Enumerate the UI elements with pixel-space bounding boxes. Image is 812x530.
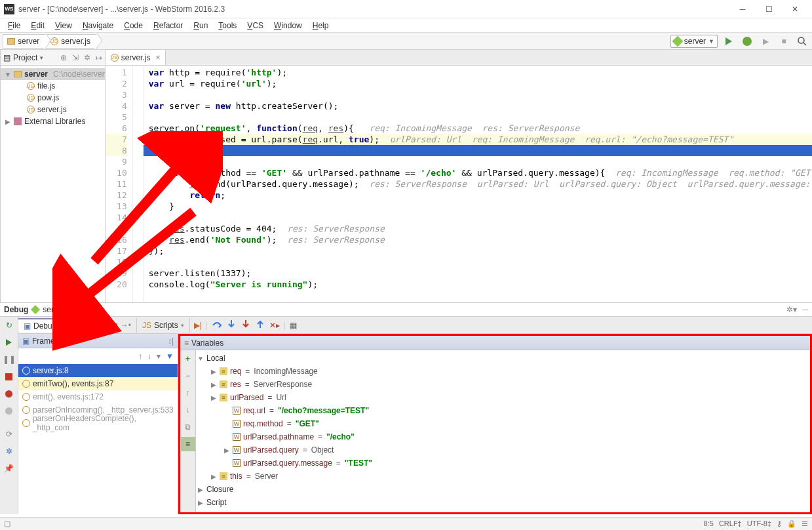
gear-icon[interactable]: ✲ xyxy=(84,53,90,62)
add-watch-button[interactable]: + xyxy=(181,352,195,366)
code-line[interactable] xyxy=(144,212,812,223)
notifications-icon[interactable]: ☰ xyxy=(802,520,808,528)
code-editor[interactable]: 1234567891011121314151617181920 var http… xyxy=(106,66,812,302)
tree-root-folder[interactable]: ▼ server C:\node\server xyxy=(1,68,105,80)
move-watch-up-button[interactable]: ↑ xyxy=(181,386,195,400)
menu-edit[interactable]: Edit xyxy=(26,20,50,31)
variable-row[interactable]: WurlParsed.query.message="TEST" xyxy=(196,457,810,470)
resume-button[interactable] xyxy=(2,335,16,350)
menu-run[interactable]: Run xyxy=(188,20,213,31)
search-everywhere-button[interactable] xyxy=(795,34,809,49)
file-encoding[interactable]: UTF-8‡ xyxy=(747,520,771,528)
code-line[interactable]: if (req.method == 'GET' && urlParsed.pat… xyxy=(144,167,812,178)
expand-arrow-icon[interactable]: ▶ xyxy=(223,447,230,454)
code-line[interactable]: }); xyxy=(144,245,812,256)
restore-layout-button[interactable]: ⟳ xyxy=(2,427,16,441)
pin-tab-button[interactable]: 📌 xyxy=(2,461,16,476)
code-line[interactable]: var urlParsed = url.parse(req.url, true)… xyxy=(144,134,812,145)
menu-code[interactable]: Code xyxy=(119,20,148,31)
expand-arrow-icon[interactable]: ▼ xyxy=(5,71,11,78)
stop-button[interactable]: ■ xyxy=(777,34,791,49)
stack-frame[interactable]: emit(), events.js:172 xyxy=(18,390,178,403)
prev-frame-button[interactable]: ↑ xyxy=(138,352,142,361)
menu-tools[interactable]: Tools xyxy=(213,20,242,31)
line-separator[interactable]: CRLF‡ xyxy=(719,520,742,528)
variable-row[interactable]: Wreq.method="GET" xyxy=(196,417,810,430)
breadcrumb-file[interactable]: JS server.js xyxy=(46,34,98,49)
code-line[interactable]: var http = require('http'); xyxy=(144,67,812,78)
drop-frame-button[interactable]: ✕▸ xyxy=(269,321,280,330)
variable-scope-local[interactable]: ▼Local xyxy=(196,352,810,365)
variable-row[interactable]: ▶≡urlParsed=Url xyxy=(196,391,810,404)
scripts-tab[interactable]: JS Scripts ▾ xyxy=(137,318,190,333)
tree-file[interactable]: JSfile.js xyxy=(1,80,105,92)
console-tab[interactable]: ▤ Console →• xyxy=(74,318,137,333)
variable-scope[interactable]: ▶Script xyxy=(196,496,810,509)
code-line[interactable] xyxy=(144,256,812,268)
menu-navigate[interactable]: Navigate xyxy=(77,20,119,31)
hide-panel-icon[interactable]: ─ xyxy=(802,305,808,314)
menu-view[interactable]: View xyxy=(50,20,77,31)
caret-position[interactable]: 8:5 xyxy=(704,520,714,528)
expand-arrow-icon[interactable]: ▶ xyxy=(210,473,217,480)
menu-file[interactable]: File xyxy=(3,20,26,31)
editor-tab[interactable]: JS server.js × xyxy=(106,50,166,65)
force-step-into-button[interactable] xyxy=(241,319,251,331)
thread-dropdown-icon[interactable]: ↕| xyxy=(168,336,174,346)
stack-frame[interactable]: server.js:8 xyxy=(18,364,178,377)
code-line[interactable]: res.end(urlParsed.query.message); res: S… xyxy=(144,178,812,190)
stop-debug-button[interactable] xyxy=(2,369,16,384)
code-line[interactable]: var url = require('url'); xyxy=(144,78,812,89)
stack-frame[interactable]: parserOnHeadersComplete(), _http_com xyxy=(18,417,178,430)
minimize-button[interactable]: ─ xyxy=(729,1,756,17)
gear-icon[interactable]: ✲▾ xyxy=(786,305,797,314)
code-line[interactable]: res.statusCode = 404; res: ServerRespons… xyxy=(144,223,812,234)
frames-list[interactable]: server.js:8emitTwo(), events.js:87emit()… xyxy=(18,364,178,430)
stack-frame[interactable]: emitTwo(), events.js:87 xyxy=(18,377,178,390)
code-line[interactable]: console.log("Server is running"); xyxy=(144,279,812,290)
evaluate-expression-button[interactable]: ▦ xyxy=(290,321,297,330)
code-line[interactable]: var server = new http.createServer(); xyxy=(144,100,812,112)
code-line[interactable]: debugger; xyxy=(144,145,812,156)
tree-external-libraries[interactable]: ▶ External Libraries xyxy=(1,115,105,127)
variable-scope[interactable]: ▶Closure xyxy=(196,483,810,496)
code-line[interactable]: } xyxy=(144,201,812,212)
tree-file[interactable]: JSserver.js xyxy=(1,104,105,115)
code-line[interactable]: res.end('Not Found'); res: ServerRespons… xyxy=(144,234,812,245)
scroll-from-source-icon[interactable]: ⇲ xyxy=(72,53,79,62)
project-panel-title[interactable]: ▤ Project ▾ xyxy=(3,53,43,62)
code-line[interactable] xyxy=(144,89,812,100)
code-line[interactable]: server.listen(1337); xyxy=(144,268,812,279)
maximize-button[interactable]: ☐ xyxy=(756,1,782,17)
breadcrumb-root[interactable]: server xyxy=(3,34,47,49)
code-line[interactable]: server.on('request', function(req, res){… xyxy=(144,123,812,134)
menu-vcs[interactable]: VCS xyxy=(242,20,269,31)
duplicate-watch-button[interactable]: ⧉ xyxy=(181,420,195,434)
step-out-button[interactable] xyxy=(255,319,265,331)
lock-icon[interactable]: 🔒 xyxy=(787,520,796,528)
expand-arrow-icon[interactable]: ▶ xyxy=(5,118,11,125)
step-into-button[interactable] xyxy=(226,319,237,331)
run-config-dropdown[interactable]: server ▼ xyxy=(670,35,718,48)
close-button[interactable]: ✕ xyxy=(782,1,808,17)
menu-window[interactable]: Window xyxy=(269,20,307,31)
run-button[interactable] xyxy=(722,34,736,49)
export-threads-button[interactable]: ▾ xyxy=(157,352,161,361)
expand-arrow-icon[interactable]: ▶ xyxy=(210,381,217,388)
hide-panel-icon[interactable]: ↦ xyxy=(96,53,102,62)
pause-button[interactable]: ❚❚ xyxy=(2,352,16,367)
collapse-all-icon[interactable]: ⊕ xyxy=(60,53,67,62)
show-watches-button[interactable]: ≡ xyxy=(181,437,195,451)
expand-arrow-icon[interactable]: ▶ xyxy=(210,368,217,375)
next-frame-button[interactable]: ↓ xyxy=(147,352,151,361)
menu-help[interactable]: Help xyxy=(307,20,334,31)
debugger-tab[interactable]: ▣ Debugger xyxy=(18,318,74,333)
variables-tree[interactable]: ▼Local▶≡req=IncomingMessage▶≡res=ServerR… xyxy=(196,350,810,512)
expand-arrow-icon[interactable]: ▶ xyxy=(210,394,217,401)
variable-row[interactable]: ▶≡res=ServerResponse xyxy=(196,378,810,391)
move-watch-down-button[interactable]: ↓ xyxy=(181,403,195,417)
variable-row[interactable]: ▶≡req=IncomingMessage xyxy=(196,365,810,378)
project-tree[interactable]: ▼ server C:\node\server JSfile.jsJSpow.j… xyxy=(1,66,105,130)
remove-watch-button[interactable]: − xyxy=(181,369,195,383)
code-line[interactable] xyxy=(144,112,812,123)
